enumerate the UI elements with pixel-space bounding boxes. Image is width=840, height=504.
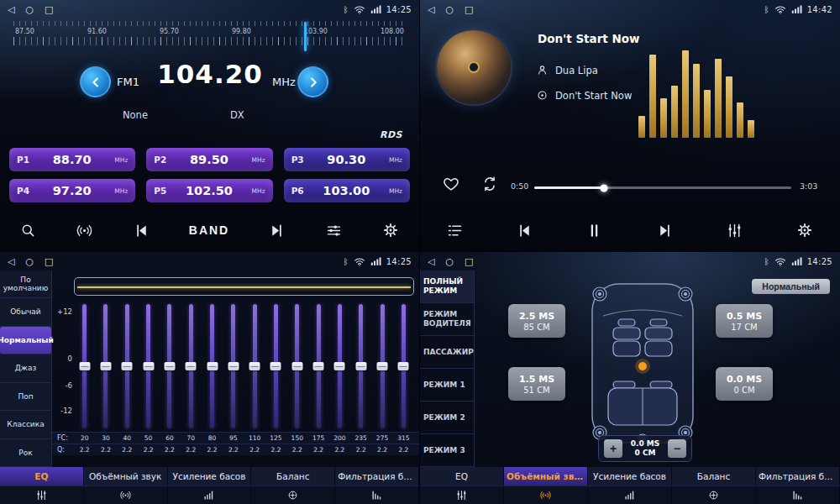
back-icon[interactable]: ◁: [428, 256, 434, 267]
audio-tab[interactable]: EQ: [0, 467, 84, 486]
audio-tab[interactable]: Баланс: [251, 467, 335, 486]
slider-knob[interactable]: [313, 362, 324, 370]
eq-band-slider[interactable]: [117, 304, 138, 428]
slider-knob[interactable]: [398, 362, 409, 370]
progress-bar[interactable]: [534, 186, 791, 189]
preset-button-p3[interactable]: P390.30MHz: [284, 148, 410, 171]
eq-band-slider[interactable]: [371, 304, 392, 428]
audio-tab[interactable]: Баланс: [672, 467, 756, 486]
home-icon[interactable]: ○: [445, 4, 454, 15]
seek-up-button[interactable]: [297, 66, 328, 97]
tune-settings-button[interactable]: [325, 222, 343, 239]
dx-mode-label[interactable]: DX: [230, 109, 244, 121]
next-station-button[interactable]: [268, 222, 286, 239]
progress-knob[interactable]: [600, 184, 607, 192]
surround-mode-item[interactable]: ПАССАЖИР: [420, 336, 474, 369]
slider-track[interactable]: [402, 304, 406, 428]
slider-knob[interactable]: [207, 362, 218, 370]
eq-preset-item[interactable]: Классика: [0, 411, 51, 438]
delay-rear-left[interactable]: 1.5 MS 51 CM: [508, 367, 565, 401]
slider-track[interactable]: [231, 304, 235, 428]
filter-tab-icon-cell[interactable]: [756, 486, 840, 504]
audio-tab[interactable]: Фильтрация басов: [335, 467, 419, 486]
slider-knob[interactable]: [228, 362, 239, 370]
repeat-button[interactable]: [480, 175, 499, 193]
slider-track[interactable]: [103, 304, 108, 428]
decrease-delay-button[interactable]: −: [668, 439, 686, 458]
preset-button-p5[interactable]: P5102.50MHz: [146, 179, 272, 202]
slider-track[interactable]: [146, 304, 150, 428]
slider-knob[interactable]: [164, 362, 175, 370]
eq-band-slider[interactable]: [202, 304, 223, 428]
eq-band-slider[interactable]: [181, 304, 202, 428]
eq-preset-item[interactable]: По умолчанию: [0, 270, 51, 298]
delay-front-left[interactable]: 2.5 MS 85 CM: [508, 304, 565, 338]
increase-delay-button[interactable]: +: [604, 439, 622, 458]
slider-knob[interactable]: [100, 362, 111, 370]
eq-band-slider[interactable]: [74, 304, 95, 428]
surround-mode-item[interactable]: РЕЖИМ ВОДИТЕЛЯ: [420, 303, 474, 336]
balance-tab-icon-cell[interactable]: [672, 486, 756, 504]
surround-mode-item[interactable]: РЕЖИМ 2: [420, 402, 474, 434]
previous-track-button[interactable]: [516, 222, 533, 239]
delay-rear-right[interactable]: 0.0 MS 0 CM: [716, 367, 773, 401]
slider-knob[interactable]: [377, 362, 388, 370]
slider-knob[interactable]: [249, 362, 260, 370]
recents-icon[interactable]: □: [45, 256, 53, 267]
slider-knob[interactable]: [355, 362, 366, 370]
slider-knob[interactable]: [334, 362, 345, 370]
delay-front-right[interactable]: 0.5 MS 17 CM: [716, 304, 773, 338]
slider-track[interactable]: [359, 304, 363, 428]
slider-track[interactable]: [338, 304, 342, 428]
surround-tab-icon-cell[interactable]: [84, 486, 168, 504]
favorite-button[interactable]: [442, 175, 460, 193]
album-art[interactable]: [437, 30, 511, 104]
slider-track[interactable]: [317, 304, 321, 428]
home-icon[interactable]: ○: [445, 256, 454, 267]
slider-track[interactable]: [253, 304, 257, 428]
audio-tab[interactable]: Усиление басов: [168, 467, 252, 486]
slider-track[interactable]: [167, 304, 171, 428]
surround-mode-item[interactable]: РЕЖИМ 3: [420, 434, 474, 467]
bass-boost-tab-icon-cell[interactable]: [588, 486, 672, 504]
preset-button-p6[interactable]: P6103.00MHz: [284, 179, 410, 202]
eq-band-slider[interactable]: [95, 304, 116, 428]
balance-tab-icon-cell[interactable]: [251, 486, 335, 504]
pause-button[interactable]: [585, 222, 603, 239]
eq-band-slider[interactable]: [307, 304, 328, 428]
band-button[interactable]: BAND: [189, 223, 229, 237]
slider-knob[interactable]: [122, 362, 133, 370]
bass-boost-tab-icon-cell[interactable]: [168, 486, 252, 504]
eq-preset-item[interactable]: Обычай: [0, 298, 51, 326]
audio-tab[interactable]: Объёмный звук: [84, 467, 168, 486]
slider-track[interactable]: [295, 304, 299, 428]
eq-preset-item[interactable]: Нормальный: [0, 327, 51, 354]
slider-track[interactable]: [210, 304, 214, 428]
slider-knob[interactable]: [79, 362, 90, 370]
home-icon[interactable]: ○: [25, 256, 34, 267]
back-icon[interactable]: ◁: [428, 4, 434, 15]
eq-band-slider[interactable]: [286, 304, 307, 428]
audio-tab[interactable]: Объёмный звук: [504, 467, 588, 486]
slider-knob[interactable]: [291, 362, 302, 370]
recents-icon[interactable]: □: [45, 4, 53, 15]
back-icon[interactable]: ◁: [8, 4, 14, 15]
audio-tab[interactable]: EQ: [420, 467, 504, 486]
eq-band-slider[interactable]: [159, 304, 180, 428]
settings-button[interactable]: [381, 221, 400, 239]
filter-tab-icon-cell[interactable]: [335, 486, 419, 504]
slider-knob[interactable]: [186, 362, 197, 370]
preset-button-p4[interactable]: P497.20MHz: [9, 179, 135, 202]
eq-band-slider[interactable]: [138, 304, 159, 428]
eq-band-slider[interactable]: [265, 304, 286, 428]
slider-knob[interactable]: [270, 362, 281, 370]
surround-mode-item[interactable]: ПОЛНЫЙ РЕЖИМ: [420, 270, 474, 303]
playlist-button[interactable]: [446, 222, 464, 239]
slider-track[interactable]: [189, 304, 193, 428]
preset-button-p2[interactable]: P289.50MHz: [146, 148, 272, 171]
seek-down-button[interactable]: [80, 66, 111, 97]
equalizer-button[interactable]: [726, 222, 743, 239]
recents-icon[interactable]: □: [465, 256, 473, 267]
settings-button[interactable]: [795, 221, 814, 239]
surround-tab-icon-cell[interactable]: [504, 486, 588, 504]
